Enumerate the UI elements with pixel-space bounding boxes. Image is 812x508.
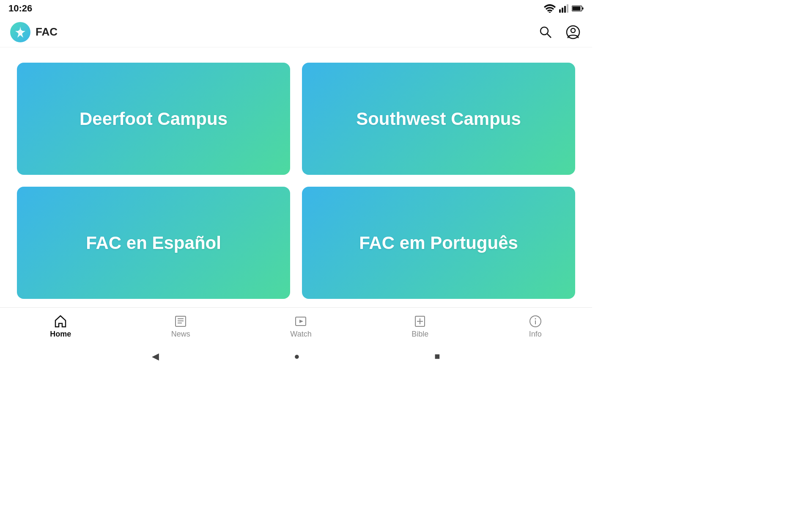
- profile-icon: [566, 25, 580, 39]
- logo-star-icon: [14, 26, 27, 39]
- status-icons: [544, 4, 584, 13]
- nav-home[interactable]: Home: [40, 311, 81, 342]
- svg-rect-7: [582, 8, 584, 10]
- espanol-campus-label: FAC en Español: [77, 224, 230, 262]
- nav-watch[interactable]: Watch: [280, 311, 321, 342]
- bottom-nav: Home News Watch Bible Info: [0, 307, 592, 345]
- system-back-button[interactable]: ◀: [152, 351, 159, 362]
- app-title: FAC: [36, 25, 58, 39]
- info-icon: [529, 315, 542, 328]
- nav-news-label: News: [171, 330, 190, 339]
- signal-icon: [559, 4, 568, 13]
- southwest-campus-label: Southwest Campus: [348, 100, 529, 138]
- nav-bible-label: Bible: [411, 330, 428, 339]
- app-logo-group: FAC: [10, 22, 58, 42]
- svg-rect-4: [567, 4, 568, 13]
- home-icon: [54, 315, 67, 328]
- svg-rect-3: [564, 6, 566, 13]
- bible-icon: [413, 315, 427, 328]
- app-bar-actions: [537, 23, 582, 41]
- svg-point-24: [535, 318, 536, 320]
- nav-bible[interactable]: Bible: [401, 311, 439, 342]
- svg-rect-2: [562, 8, 563, 13]
- deerfoot-campus-label: Deerfoot Campus: [71, 100, 236, 138]
- app-logo: [10, 22, 30, 42]
- system-home-button[interactable]: ●: [294, 351, 299, 362]
- search-icon: [539, 25, 552, 39]
- app-bar: FAC: [0, 17, 592, 47]
- news-icon: [174, 315, 187, 328]
- deerfoot-campus-card[interactable]: Deerfoot Campus: [17, 63, 290, 175]
- svg-rect-6: [573, 7, 581, 11]
- portugues-campus-label: FAC em Português: [351, 224, 527, 262]
- portugues-campus-card[interactable]: FAC em Português: [302, 187, 575, 299]
- svg-point-9: [540, 27, 548, 35]
- system-nav-bar: ◀ ● ■: [0, 345, 592, 367]
- system-recents-button[interactable]: ■: [434, 351, 440, 362]
- southwest-campus-card[interactable]: Southwest Campus: [302, 63, 575, 175]
- nav-info-label: Info: [529, 330, 542, 339]
- nav-watch-label: Watch: [290, 330, 311, 339]
- watch-icon: [294, 315, 307, 328]
- status-time: 10:26: [8, 3, 32, 14]
- wifi-icon: [544, 4, 556, 13]
- status-bar: 10:26: [0, 0, 592, 17]
- nav-home-label: Home: [50, 330, 71, 339]
- search-button[interactable]: [537, 24, 554, 41]
- svg-marker-18: [299, 320, 303, 323]
- svg-line-10: [547, 34, 551, 38]
- nav-info[interactable]: Info: [518, 311, 552, 342]
- nav-news[interactable]: News: [161, 311, 200, 342]
- battery-icon: [572, 5, 584, 12]
- svg-point-0: [549, 12, 551, 13]
- profile-button[interactable]: [564, 23, 582, 41]
- svg-point-12: [571, 28, 575, 33]
- svg-rect-1: [559, 9, 561, 13]
- campus-grid: Deerfoot Campus Southwest Campus FAC en …: [0, 47, 592, 307]
- espanol-campus-card[interactable]: FAC en Español: [17, 187, 290, 299]
